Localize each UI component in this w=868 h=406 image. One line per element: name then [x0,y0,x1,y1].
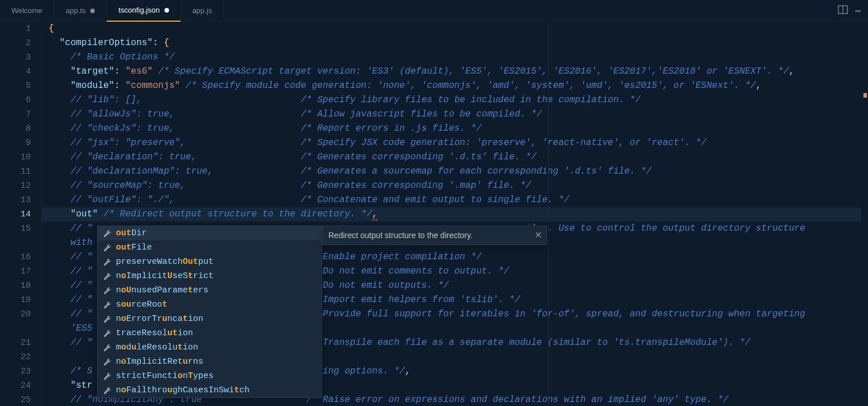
suggest-item[interactable]: noImplicitReturns [98,355,322,369]
line-number: 15 [0,222,31,236]
intellisense-detail-text: Redirect output structure to the directo… [328,231,473,240]
suggest-item[interactable]: outFile [98,240,322,255]
token-comment: /* Basic Options */ [70,52,174,62]
code-line[interactable]: "compilerOptions": { [41,36,868,50]
line-number: 21 [0,336,31,350]
code-line[interactable]: "target": "es6" /* Specify ECMAScript ta… [41,65,868,79]
code-line[interactable]: /* Basic Options */ [41,50,868,65]
token-string: "es6" [125,66,152,77]
token-comment: with [70,238,98,248]
tab-label: app.ts [66,6,86,15]
token-comment: /* Redirect output structure to the dire… [103,209,372,219]
suggest-item-label: noImplicitUseStrict [116,269,214,283]
code-line[interactable]: // "jsx": "preserve", /* Specify JSX cod… [41,136,868,150]
token-error: , [372,209,378,220]
code-line[interactable]: // "outFile": "./", /* Concatenate and e… [41,193,868,207]
token-comment: // "allowJs": true, /* Allow javascript … [70,109,542,119]
token-comment: // "declaration": true, /* Generates cor… [70,152,536,162]
tab-app-ts[interactable]: app.ts [54,0,107,22]
code-line[interactable]: // "lib": [], /* Specify library files t… [41,93,868,107]
suggest-item[interactable]: traceResolution [98,326,322,340]
token-punct [180,81,186,91]
line-number: 20 [0,307,31,321]
line-number: 22 [0,350,31,364]
line-number-gutter: 1234567891011121314151617181920212223242… [0,22,41,406]
line-number: 1 [0,22,31,36]
token-prop: "str [70,380,92,391]
line-number: 13 [0,193,31,207]
token-comment: // "sourceMap": true, /* Generates corre… [70,180,531,191]
code-line[interactable]: // "allowJs": true, /* Allow javascript … [41,107,868,122]
minimap-mark [863,93,867,98]
suggest-item-label: noErrorTruncation [116,312,203,326]
token-punct [98,209,103,219]
minimap[interactable] [861,22,868,406]
line-number: 19 [0,293,31,307]
token-prop: "out" [70,209,98,219]
editor-ruler [548,22,549,406]
more-actions-icon[interactable] [855,5,861,17]
line-number: 24 [0,379,31,393]
suggest-item[interactable]: sourceRoot [98,298,322,312]
code-line[interactable]: "out" /* Redirect output structure to th… [41,207,868,222]
tab-label: tsconfig.json [118,6,159,14]
suggest-item-label: outDir [116,226,147,240]
suggest-item[interactable]: preserveWatchOutput [98,255,322,269]
tab-Welcome[interactable]: Welcome [0,0,54,22]
code-line[interactable]: // "declaration": true, /* Generates cor… [41,150,868,164]
token-brace: { [49,23,54,34]
token-comment: // "jsx": "preserve", /* Specify JSX cod… [70,138,706,148]
line-number: 6 [0,93,31,107]
token-punct: , [789,66,794,77]
tab-tsconfig-json[interactable]: tsconfig.json [107,0,180,22]
line-number: 7 [0,107,31,122]
code-line[interactable]: "module": "commonjs" /* Specify module c… [41,79,868,93]
token-prop: "compilerOptions" [59,38,152,48]
line-number: 5 [0,79,31,93]
code-line[interactable]: // "declarationMap": true, /* Generates … [41,164,868,179]
tab-label: Welcome [11,6,42,15]
suggest-item[interactable]: noUnusedParameters [98,283,322,298]
suggest-item-label: strictFunctionTypes [116,369,214,383]
code-line[interactable]: { [41,22,868,36]
tab-label: app.js [192,6,212,15]
close-icon[interactable]: ✕ [535,230,542,240]
line-number [0,236,31,250]
suggest-item-label: noFallthroughCasesInSwitch [116,383,250,397]
code-line[interactable]: // "sourceMap": true, /* Generates corre… [41,179,868,193]
line-number: 16 [0,250,31,264]
token-punct: : [114,81,125,91]
line-number: 10 [0,150,31,164]
token-punct: , [756,81,762,91]
tab-app-js[interactable]: app.js [181,0,224,22]
suggest-item[interactable]: moduleResolution [98,340,322,355]
token-string: "commonjs" [125,81,180,91]
line-number: 11 [0,164,31,179]
line-number: 9 [0,136,31,150]
suggest-item[interactable]: noImplicitUseStrict [98,269,322,283]
suggest-item[interactable]: noFallthroughCasesInSwitch [98,383,322,397]
token-brace: { [164,38,170,48]
token-comment: // "declarationMap": true, /* Generates … [70,166,652,176]
suggest-item-label: moduleResolution [116,340,198,355]
suggest-item[interactable]: strictFunctionTypes [98,369,322,383]
line-number: 23 [0,364,31,379]
token-prop: "module" [70,81,114,91]
suggest-item-label: noImplicitReturns [116,355,203,369]
token-comment: // "checkJs": true, /* Report errors in … [70,123,481,134]
token-comment: /* Specify ECMAScript target version: 'E… [158,66,789,77]
code-line[interactable]: // "checkJs": true, /* Report errors in … [41,122,868,136]
token-punct: , [405,366,411,376]
modified-dot-icon [164,8,169,13]
suggest-item-label: sourceRoot [116,298,167,312]
suggest-item[interactable]: outDir [98,226,322,240]
modified-dot-icon [90,9,95,13]
line-number [0,321,31,336]
tab-actions [838,5,868,17]
line-number: 14 [0,207,31,222]
suggest-item[interactable]: noErrorTruncation [98,312,322,326]
split-editor-icon[interactable] [838,5,848,17]
token-comment: 'ES5 [70,323,92,333]
intellisense-suggest-widget[interactable]: outDiroutFilepreserveWatchOutputnoImplic… [97,226,322,398]
token-comment: // "outFile": "./", /* Concatenate and e… [70,195,569,205]
